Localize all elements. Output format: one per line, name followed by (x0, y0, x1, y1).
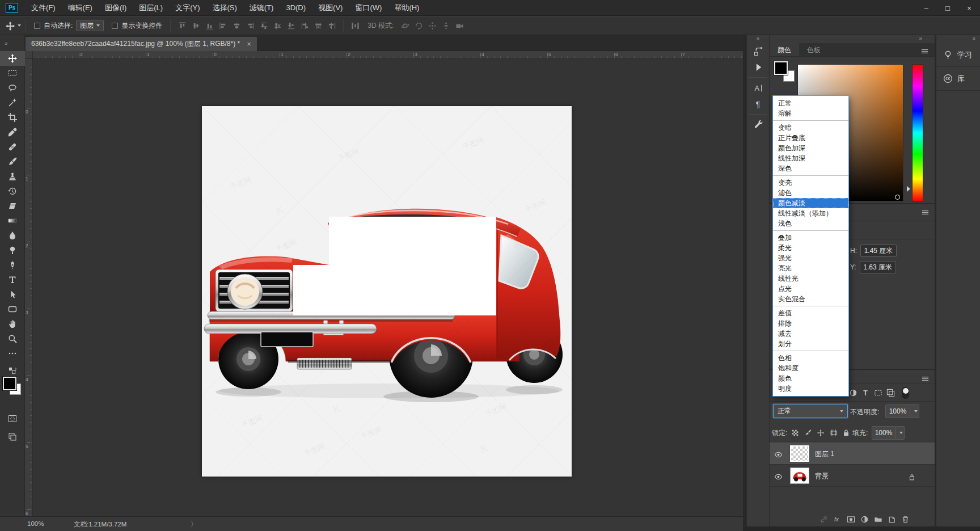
foreground-background-colors[interactable] (0, 376, 25, 401)
blend-mode-option[interactable]: 色相 (773, 353, 848, 363)
lock-position-button[interactable] (817, 429, 825, 437)
auto-select-option[interactable]: 自动选择: (34, 21, 73, 31)
align-bottom-button[interactable] (202, 20, 216, 31)
3d-pan-button[interactable] (425, 20, 439, 31)
tool-preset-picker[interactable] (6, 20, 21, 31)
paragraph-panel-button[interactable]: ¶ (747, 96, 770, 112)
3d-roll-button[interactable] (412, 20, 425, 31)
lock-image-button[interactable] (804, 429, 812, 437)
photoshop-logo[interactable]: Ps (6, 3, 18, 13)
swap-colors-icon[interactable] (0, 366, 25, 375)
pen-tool[interactable] (0, 258, 25, 272)
blend-mode-option[interactable]: 正常 (773, 98, 848, 108)
layer-visibility-eye-icon[interactable] (774, 449, 783, 458)
opacity-dropdown-button[interactable] (910, 404, 919, 418)
distribute-spacing-button[interactable] (348, 22, 362, 30)
auto-select-target-dropdown[interactable]: 图层 (76, 20, 104, 31)
eraser-tool[interactable] (0, 199, 25, 213)
show-transform-checkbox[interactable] (112, 23, 118, 29)
foreground-color-swatch[interactable] (774, 61, 788, 75)
new-layer-button[interactable] (888, 515, 896, 524)
blend-mode-option[interactable]: 深色 (773, 163, 848, 174)
blend-mode-option[interactable]: 实色混合 (773, 294, 848, 304)
fill-dropdown-button[interactable] (895, 426, 905, 440)
zoom-tool[interactable] (0, 331, 25, 346)
dock-collapse-toggle[interactable]: » (770, 35, 935, 43)
history-brush-tool[interactable] (0, 184, 25, 199)
type-tool[interactable] (0, 272, 25, 287)
panel-menu-icon[interactable] (920, 46, 929, 54)
blend-mode-option[interactable]: 变亮 (773, 178, 848, 188)
shape-tool[interactable] (0, 302, 25, 317)
blend-mode-option[interactable]: 亮光 (773, 263, 848, 273)
window-maximize-button[interactable]: □ (937, 0, 958, 16)
brush-tool[interactable] (0, 154, 25, 169)
panel-tab-swatches[interactable]: 色板 (799, 43, 829, 56)
blend-mode-option[interactable]: 变暗 (773, 123, 848, 133)
actions-play-panel-button[interactable] (747, 59, 770, 75)
window-minimize-button[interactable]: – (915, 0, 937, 16)
auto-select-checkbox[interactable] (34, 23, 40, 29)
eyedropper-tool[interactable] (0, 125, 25, 140)
layer-thumbnail[interactable] (790, 467, 809, 484)
dist-center-button[interactable] (311, 20, 325, 31)
dist-middle-button[interactable] (271, 20, 284, 31)
hand-tool[interactable] (0, 317, 25, 331)
3d-slide-button[interactable] (439, 20, 453, 31)
dist-left-button[interactable] (298, 20, 311, 31)
layer-thumbnail[interactable] (790, 445, 809, 462)
layer-mask-button[interactable] (847, 515, 855, 524)
blend-mode-option[interactable]: 颜色加深 (773, 143, 848, 153)
magic-wand-tool[interactable] (0, 95, 25, 110)
blend-mode-option[interactable]: 柔光 (773, 243, 848, 253)
blend-mode-option[interactable]: 强光 (773, 253, 848, 263)
document-tab[interactable]: 636b3e32ffe8eeb72caad4af41215fac.jpg @ 1… (26, 37, 257, 51)
menu-item-0[interactable]: 文件(F) (25, 0, 62, 16)
healing-tool[interactable] (0, 140, 25, 154)
menu-item-6[interactable]: 滤镜(T) (243, 0, 280, 16)
panel-tab-color[interactable]: 颜色 (770, 43, 799, 56)
panel-menu-icon[interactable] (921, 207, 930, 216)
ellipsis-tool[interactable] (0, 346, 25, 361)
layer-filter-toggle[interactable] (902, 387, 909, 399)
zoom-level-field[interactable]: 100% (27, 520, 44, 527)
history-panel-button[interactable] (747, 43, 770, 59)
blend-mode-option[interactable]: 溶解 (773, 108, 848, 119)
3d-orbit-button[interactable] (398, 20, 412, 31)
screen-mode-button[interactable] (0, 432, 25, 441)
toolbar-collapse-toggle[interactable]: » (0, 35, 24, 51)
menu-item-10[interactable]: 帮助(H) (388, 0, 425, 16)
blend-mode-option[interactable]: 线性加深 (773, 153, 848, 163)
lock-artboard-button[interactable] (830, 429, 838, 437)
blend-mode-option[interactable]: 线性光 (773, 273, 848, 284)
opacity-value-field[interactable]: 100% (885, 404, 910, 418)
rail-item-lightbulb[interactable]: 学习 (936, 43, 980, 67)
strip-collapse-toggle[interactable]: « (747, 35, 769, 43)
hue-slider[interactable] (912, 64, 923, 201)
new-group-button[interactable] (874, 515, 882, 524)
panel-menu-icon[interactable] (921, 373, 930, 382)
align-top-button[interactable] (175, 20, 189, 31)
dist-right-button[interactable] (325, 20, 339, 31)
align-center-button[interactable] (230, 20, 243, 31)
menu-item-9[interactable]: 窗口(W) (349, 0, 388, 16)
blend-mode-option[interactable]: 明度 (773, 384, 848, 394)
blend-mode-option[interactable]: 线性减淡（添加） (773, 208, 848, 218)
blend-mode-option[interactable]: 颜色 (773, 373, 848, 384)
blur-tool[interactable] (0, 228, 25, 243)
align-right-button[interactable] (243, 20, 257, 31)
blend-mode-option[interactable]: 正片叠底 (773, 133, 848, 143)
lock-transparency-button[interactable] (791, 429, 799, 437)
close-tab-icon[interactable]: × (247, 40, 251, 48)
layer-name[interactable]: 图层 1 (815, 449, 834, 459)
blend-mode-option[interactable]: 减去 (773, 328, 848, 339)
blend-mode-option[interactable]: 点光 (773, 284, 848, 294)
blend-mode-option[interactable]: 浅色 (773, 218, 848, 229)
fill-value-field[interactable]: 100% (872, 426, 895, 440)
layer-name[interactable]: 背景 (815, 471, 829, 481)
dist-bottom-button[interactable] (284, 20, 298, 31)
menu-item-8[interactable]: 视图(V) (312, 0, 349, 16)
blend-mode-option[interactable]: 滤色 (773, 188, 848, 198)
move-tool[interactable] (0, 51, 25, 66)
clone-stamp-tool[interactable] (0, 169, 25, 184)
